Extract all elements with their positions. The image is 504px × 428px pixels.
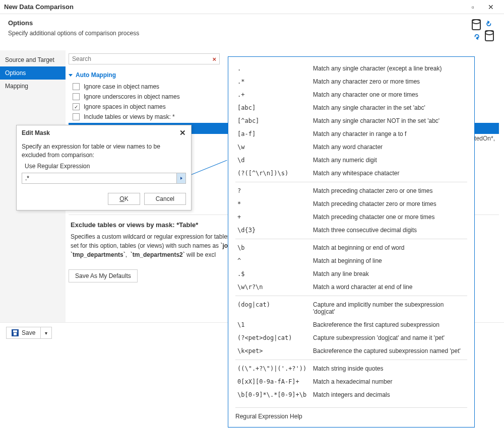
regex-description: Match preceding chatacter zero or more t… (311, 197, 467, 210)
header-desc: Specify additional options of comparison… (8, 30, 472, 37)
regex-description: Match integers and decimals (311, 388, 467, 401)
regex-description: Match a hexadecimal number (311, 375, 467, 388)
option-label: Ignore underscores in object names (84, 93, 180, 100)
regex-description: Match any whitespace chatacter (311, 167, 467, 182)
clear-search-icon[interactable]: × (212, 55, 216, 63)
search-input[interactable] (72, 55, 212, 62)
save-split-button[interactable]: Save ▾ (6, 327, 52, 339)
page-header: Options Specify additional options of co… (0, 14, 504, 50)
regex-pattern: (dog|cat) (235, 296, 311, 319)
regex-description: Match three consecutive decimal digits (311, 224, 467, 239)
regex-description: Match any numeric digit (311, 154, 467, 167)
regex-description: Match at beginning or end of word (311, 239, 467, 255)
regex-description: Match any line break (311, 267, 467, 280)
regex-pattern-row[interactable]: \k<pet>Backreference the captured subexp… (235, 344, 467, 360)
section-label: Auto Mapping (76, 72, 116, 79)
regex-pattern-row[interactable]: \dMatch any numeric digit (235, 154, 467, 167)
regex-description: Match any single character (except a lin… (311, 62, 467, 75)
regex-pattern-row[interactable]: ?Match preceding chatacter zero or one t… (235, 182, 467, 198)
dropdown-arrow-icon (180, 177, 182, 180)
save-button-main[interactable]: Save (7, 327, 41, 338)
regex-pattern-row[interactable]: \b[0-9]*\.*[0-9]+\bMatch integers and de… (235, 388, 467, 401)
option-label: Ignore spaces in object names (84, 103, 166, 110)
regex-pattern: \k<pet> (235, 344, 311, 360)
mask-expression-input[interactable] (22, 173, 176, 183)
regex-pattern: .* (235, 75, 311, 88)
regex-patterns-table: .Match any single character (except a li… (235, 62, 467, 401)
regex-pattern-row[interactable]: .$Match any line break (235, 267, 467, 280)
regex-pattern-row[interactable]: +Match preceding chatacter one or more t… (235, 210, 467, 224)
regex-pattern: .$ (235, 267, 311, 280)
regex-pattern: [^abc] (235, 114, 311, 127)
option-label: Ignore case in object names (84, 83, 159, 90)
regex-pattern: + (235, 210, 311, 224)
dialog-close-button[interactable]: ✕ (179, 128, 186, 137)
regex-pattern-row[interactable]: [a-f]Match any character in range a to f (235, 127, 467, 140)
disk-icon (12, 329, 19, 336)
regex-pattern-row[interactable]: *Match preceding chatacter zero or more … (235, 197, 467, 210)
save-as-defaults-button[interactable]: Save As My Defaults (69, 269, 138, 282)
regex-pattern-row[interactable]: ^Match at beginning of line (235, 254, 467, 267)
regex-pattern: ^ (235, 254, 311, 267)
compare-databases-icon: ↻ ↻ (472, 19, 496, 43)
regex-description: Match any single character NOT in the se… (311, 114, 467, 127)
header-title: Options (8, 19, 472, 27)
sidebar-item-source-and-target[interactable]: Source and Target (0, 53, 66, 66)
option-checkbox[interactable] (73, 113, 80, 120)
regex-pattern: (?<pet>dog|cat) (235, 331, 311, 344)
option-checkbox[interactable] (73, 93, 80, 100)
option-checkbox[interactable] (73, 83, 80, 90)
regex-pattern-row[interactable]: 0[xX][0-9a-fA-F]+ Match a hexadecimal nu… (235, 375, 467, 388)
regex-pattern-row[interactable]: .*Match any character zero or more times (235, 75, 467, 88)
regex-pattern-row[interactable]: (dog|cat)Capture and implicitly number t… (235, 296, 467, 319)
regex-description: Match any character zero or more times (311, 75, 467, 88)
regex-pattern-row[interactable]: \1Backreference the first captured subex… (235, 318, 467, 331)
regex-pattern: * (235, 197, 311, 210)
regex-pattern-row[interactable]: ((\".+?\")|('.+?'))Match string inside q… (235, 360, 467, 376)
regex-description: Match at beginning of line (311, 254, 467, 267)
regex-description: Capture and implicitly number the subexp… (311, 296, 467, 319)
sidebar-item-mapping[interactable]: Mapping (0, 80, 66, 93)
regex-pattern-row[interactable]: .Match any single character (except a li… (235, 62, 467, 75)
regex-pattern: ((\".+?\")|('.+?')) (235, 360, 311, 376)
dialog-desc: Specify an expression for table or view … (22, 142, 186, 160)
regex-description: Match preceding chatacter one or more ti… (311, 210, 467, 224)
option-checkbox[interactable] (73, 103, 80, 110)
search-box[interactable]: × (69, 53, 220, 64)
regex-pattern: \w (235, 140, 311, 154)
regex-pattern: (?([^\r\n])\s) (235, 167, 311, 182)
regex-pattern-row[interactable]: .+Match any character one or more times (235, 88, 467, 101)
regex-pattern-row[interactable]: \w\r?\nMatch a word character at end of … (235, 280, 467, 296)
regex-pattern: \b (235, 239, 311, 255)
regex-description: Match any word character (311, 140, 467, 154)
regex-pattern-row[interactable]: [^abc]Match any single character NOT in … (235, 114, 467, 127)
save-dropdown-arrow[interactable]: ▾ (41, 328, 51, 338)
regex-pattern-row[interactable]: \wMatch any word character (235, 140, 467, 154)
ok-button[interactable]: OK (108, 193, 140, 205)
regex-description: Match a word character at end of line (311, 280, 467, 296)
maximize-button[interactable]: ▫ (464, 3, 482, 11)
regex-pattern-row[interactable]: \bMatch at beginning or end of word (235, 239, 467, 255)
option-label: Include tables or views by mask: * (84, 113, 175, 120)
regex-description: Match any character one or more times (311, 88, 467, 101)
close-button[interactable]: ✕ (482, 3, 500, 11)
regex-description: Backreference the first captured subexpr… (311, 318, 467, 331)
titlebar: New Data Comparison ▫ ✕ (0, 0, 504, 14)
cancel-button[interactable]: Cancel (144, 193, 186, 205)
regex-pattern-row[interactable]: (?([^\r\n])\s)Match any whitespace chata… (235, 167, 467, 182)
regex-pattern: \w\r?\n (235, 280, 311, 296)
regex-pattern: \b[0-9]*\.*[0-9]+\b (235, 388, 311, 401)
regex-description: Match preceding chatacter zero or one ti… (311, 182, 467, 198)
regex-pattern: ? (235, 182, 311, 198)
regex-pattern: 0[xX][0-9a-fA-F]+ (235, 375, 311, 388)
regex-description: Capture subexpression 'dog|cat' and name… (311, 331, 467, 344)
regex-pattern-row[interactable]: \d{3}Match three consecutive decimal dig… (235, 224, 467, 239)
regex-helper-dropdown-button[interactable] (176, 173, 185, 183)
regex-help-link[interactable]: Regural Expression Help (235, 407, 467, 420)
regex-description: Backreference the captured subexpression… (311, 344, 467, 360)
regex-description: Match any single character in the set 'a… (311, 101, 467, 114)
save-label: Save (22, 329, 35, 336)
regex-pattern-row[interactable]: (?<pet>dog|cat)Capture subexpression 'do… (235, 331, 467, 344)
sidebar-item-options[interactable]: Options (0, 66, 66, 80)
regex-pattern-row[interactable]: [abc]Match any single character in the s… (235, 101, 467, 114)
